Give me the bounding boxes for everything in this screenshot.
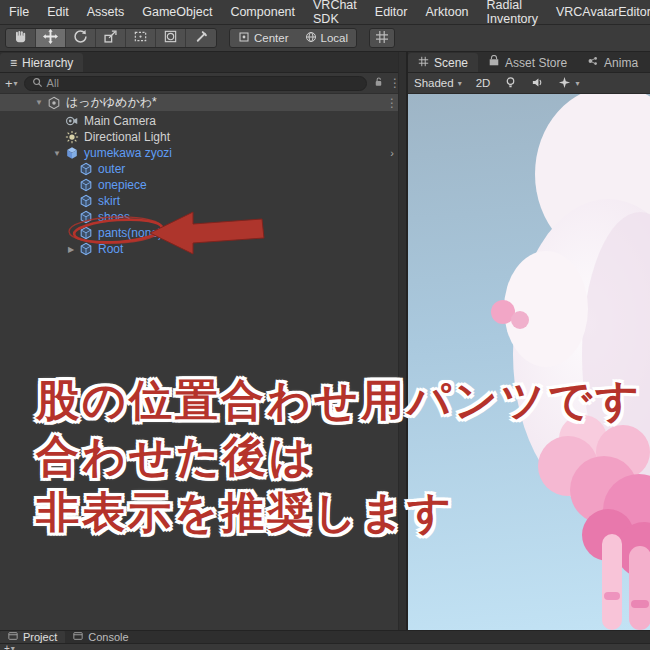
hamburger-icon: ≡ [10,56,17,70]
menu-vrcavatareditor[interactable]: VRCAvatarEditor [547,0,650,24]
menu-edit[interactable]: Edit [38,0,78,24]
move-icon [43,29,58,47]
transform-combined-tool-button[interactable] [156,29,186,47]
scene-tabstrip: Scene Asset Store Anima [408,52,650,73]
scene-3d-viewport[interactable] [408,94,650,630]
transform-tool-group [5,28,217,48]
menu-editor[interactable]: Editor [366,0,417,24]
tree-item-pants-none[interactable]: pants(none) [0,225,406,241]
project-toolbar: + ▾ [0,644,650,650]
collapse-triangle-icon[interactable]: ▼ [32,98,46,107]
plus-icon: + [5,76,13,91]
unity-editor-window: File Edit Assets GameObject Component VR… [0,0,650,650]
prefab-child-cube-icon [78,162,94,176]
tab-animation[interactable]: Anima [577,53,648,72]
scene-lighting-button[interactable] [504,76,517,91]
search-placeholder: All [47,77,59,89]
menu-bar: File Edit Assets GameObject Component VR… [0,0,650,25]
tab-console[interactable]: Console [65,630,136,643]
hierarchy-search-row: + ▾ All ⋮ [0,73,406,94]
scene-header-row[interactable]: ▼ はっかゆめかわ* ⋮ [0,94,406,111]
editor-main-area: ≡ Hierarchy + ▾ All ⋮ ▼ [0,52,650,630]
console-tab-icon [73,631,83,643]
grid-snapping-button[interactable] [369,28,395,48]
scene-menu-icon[interactable]: ⋮ [386,96,398,110]
main-toolbar: Center Local [0,25,650,52]
bottom-panel: Project Console + ▾ [0,630,650,650]
rotate-tool-button[interactable] [66,29,96,47]
scale-tool-button[interactable] [96,29,126,47]
pivot-center-label: Center [254,32,289,44]
rect-tool-icon [133,29,148,47]
tab-asset-store[interactable]: Asset Store [478,53,577,72]
tools-hammer-icon [194,29,209,47]
tree-item-directional-light[interactable]: Directional Light [0,129,406,145]
search-icon [32,77,43,90]
rotation-local-button[interactable]: Local [297,29,357,47]
pivot-rotation-group: Center Local [229,28,357,48]
menu-vrchat-sdk[interactable]: VRChat SDK [304,0,366,24]
tree-item-main-camera[interactable]: Main Camera [0,113,406,129]
menu-gameobject[interactable]: GameObject [133,0,221,24]
hierarchy-tab-label: Hierarchy [22,56,73,70]
scene-view-toolbar: Shaded ▾ 2D ▾ [408,73,650,94]
menu-radial-inventory[interactable]: Radial Inventory [478,0,547,24]
animation-tab-icon [587,55,599,70]
scene-audio-button[interactable] [531,76,544,91]
lock-icon[interactable] [373,76,384,90]
hierarchy-tree: Main Camera Directional Light ▼ yumekawa… [0,111,406,630]
move-tool-button[interactable] [36,29,66,47]
prefab-child-cube-icon [78,178,94,192]
bottom-tabstrip: Project Console [0,631,650,644]
tree-item-onepiece[interactable]: onepiece [0,177,406,193]
scene-view-panel: Scene Asset Store Anima Shaded ▾ 2D [408,52,650,630]
tree-item-outer[interactable]: outer [0,161,406,177]
camera-icon [64,114,80,128]
hierarchy-search-input[interactable]: All [24,76,367,91]
pivot-center-icon [238,31,250,45]
hand-tool-button[interactable] [6,29,36,47]
caret-down-icon: ▾ [11,644,15,650]
tree-item-root[interactable]: ▶ Root [0,241,406,257]
menu-file[interactable]: File [0,0,38,24]
scene-name: はっかゆめかわ* [66,94,157,111]
tree-item-skirt[interactable]: skirt [0,193,406,209]
hierarchy-panel-controls: ⋮ [373,76,401,90]
scene-grid-icon [418,56,429,70]
hierarchy-scrollbar[interactable] [398,52,406,630]
pivot-center-button[interactable]: Center [230,29,297,47]
unity-scene-icon [46,96,62,110]
prefab-open-chevron-icon[interactable]: › [390,147,394,159]
grid-snap-icon [375,30,389,47]
tab-hierarchy[interactable]: ≡ Hierarchy [0,53,83,72]
tree-item-shoes[interactable]: shoes [0,209,406,225]
hierarchy-panel: ≡ Hierarchy + ▾ All ⋮ ▼ [0,52,408,630]
globe-icon [305,31,317,45]
expand-triangle-icon[interactable]: ▼ [50,149,64,158]
custom-editor-tool-button[interactable] [186,29,216,47]
rotation-local-label: Local [321,32,349,44]
prefab-child-cube-icon [78,194,94,208]
prefab-child-cube-icon [78,210,94,224]
tab-project[interactable]: Project [0,630,65,643]
project-tab-icon [8,631,18,643]
shading-mode-dropdown[interactable]: Shaded ▾ [414,77,462,89]
rect-tool-button[interactable] [126,29,156,47]
prefab-cube-icon [64,146,80,160]
project-create-button[interactable]: + ▾ [4,644,15,650]
rotate-icon [73,29,88,47]
scene-effects-dropdown[interactable]: ▾ [558,76,579,91]
tab-scene[interactable]: Scene [408,53,478,72]
tree-item-yumekawa-zyozi[interactable]: ▼ yumekawa zyozi › [0,145,406,161]
menu-arktoon[interactable]: Arktoon [416,0,477,24]
menu-assets[interactable]: Assets [78,0,134,24]
prefab-child-cube-icon [78,242,94,256]
create-object-button[interactable]: + ▾ [5,76,18,91]
menu-component[interactable]: Component [221,0,304,24]
toggle-2d-button[interactable]: 2D [476,77,491,89]
avatar-character [408,94,650,630]
collapsed-triangle-icon[interactable]: ▶ [64,245,78,254]
transform-combined-icon [163,29,178,47]
effects-star-icon [558,76,571,91]
scale-icon [103,29,118,47]
